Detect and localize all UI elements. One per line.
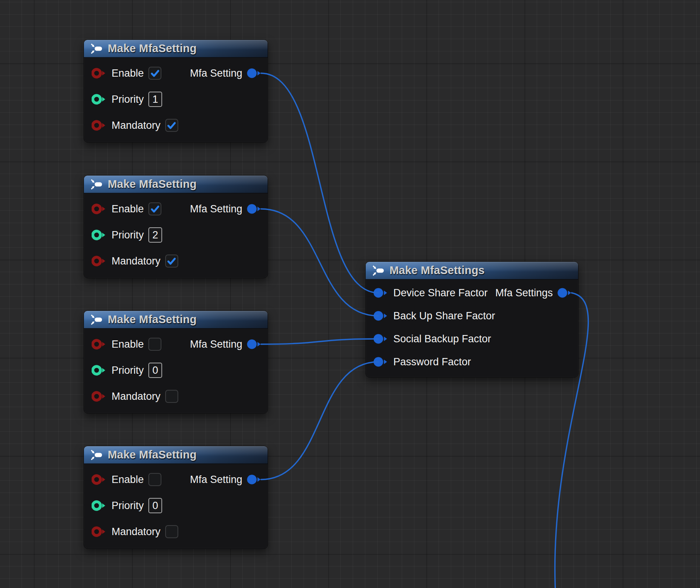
- struct-output-pin[interactable]: [247, 204, 262, 214]
- check-icon: [150, 204, 160, 214]
- int-input-pin[interactable]: [92, 500, 107, 511]
- pin-label: Mfa Setting: [190, 203, 242, 215]
- bool-input-pin[interactable]: [92, 391, 107, 402]
- pin-label: Priority: [112, 500, 144, 512]
- input-pin-row: Priority 2: [84, 222, 268, 248]
- node-title: Make MfaSetting: [108, 313, 197, 326]
- struct-output-pin[interactable]: [247, 474, 262, 485]
- output-pin-row: Mfa Setting: [190, 60, 262, 86]
- node-title: Make MfaSetting: [108, 448, 197, 461]
- bool-input-pin[interactable]: [92, 339, 107, 350]
- bool-input-pin[interactable]: [92, 68, 107, 79]
- priority-value-input[interactable]: 0: [148, 363, 162, 378]
- int-input-pin[interactable]: [92, 94, 107, 105]
- pin-label: Mandatory: [112, 526, 161, 538]
- input-pin-row: Mandatory: [84, 383, 268, 409]
- node-header[interactable]: Make MfaSetting: [84, 311, 268, 329]
- blueprint-node-settings[interactable]: Make MfaSettings Device Share Factor Bac…: [365, 261, 578, 378]
- node-title: Make MfaSettings: [389, 264, 485, 277]
- node-body: Enable Priority 2 Mandatory Mfa Setting: [84, 194, 268, 278]
- connection-wire[interactable]: [261, 73, 378, 293]
- mandatory-checkbox[interactable]: [165, 390, 178, 403]
- mandatory-checkbox[interactable]: [165, 255, 178, 268]
- bool-input-pin[interactable]: [92, 256, 107, 266]
- output-pin-row: Mfa Settings: [495, 281, 573, 304]
- pin-label: Enable: [112, 338, 144, 350]
- struct-output-pin[interactable]: [247, 68, 262, 79]
- pin-label: Device Share Factor: [393, 287, 488, 299]
- pin-label: Password Factor: [393, 356, 471, 368]
- input-pin-row: Back Up Share Factor: [366, 304, 578, 327]
- struct-output-pin[interactable]: [557, 287, 573, 298]
- node-title: Make MfaSetting: [108, 178, 197, 191]
- input-pin-row: Priority 0: [84, 357, 268, 383]
- int-input-pin[interactable]: [92, 230, 107, 240]
- enable-checkbox[interactable]: [148, 473, 161, 486]
- enable-checkbox[interactable]: [148, 67, 161, 80]
- pin-label: Priority: [112, 94, 144, 105]
- node-header[interactable]: Make MfaSetting: [84, 446, 268, 464]
- priority-value-input[interactable]: 1: [148, 92, 162, 107]
- pin-label: Mfa Setting: [190, 338, 242, 350]
- blueprint-node-n2[interactable]: Make MfaSetting Enable Priority 2 Mandat…: [84, 175, 268, 278]
- bool-input-pin[interactable]: [92, 474, 107, 485]
- blueprint-node-n1[interactable]: Make MfaSetting Enable Priority 1 Mandat…: [84, 39, 268, 143]
- priority-value-input[interactable]: 0: [148, 498, 162, 513]
- bool-input-pin[interactable]: [92, 120, 107, 131]
- input-pin-row: Social Backup Factor: [366, 327, 578, 350]
- pin-label: Mandatory: [112, 120, 161, 131]
- check-icon: [150, 68, 160, 79]
- mandatory-checkbox[interactable]: [165, 525, 178, 538]
- mandatory-checkbox[interactable]: [165, 119, 178, 132]
- int-input-pin[interactable]: [92, 365, 107, 376]
- make-struct-icon: [90, 43, 103, 54]
- node-body: Device Share Factor Back Up Share Factor…: [366, 280, 578, 377]
- enable-checkbox[interactable]: [148, 202, 161, 215]
- input-pin-row: Mandatory: [84, 112, 268, 138]
- pin-label: Back Up Share Factor: [393, 310, 495, 322]
- input-pin-row: Password Factor: [366, 350, 578, 373]
- pin-label: Enable: [112, 67, 144, 79]
- connection-wire[interactable]: [261, 362, 378, 480]
- pin-label: Mfa Setting: [190, 474, 242, 486]
- bool-input-pin[interactable]: [92, 204, 107, 214]
- pin-label: Mfa Setting: [190, 67, 242, 79]
- output-pin-row: Mfa Setting: [190, 196, 262, 222]
- node-body: Enable Priority 1 Mandatory Mfa Setting: [84, 58, 268, 142]
- make-struct-icon: [90, 449, 103, 461]
- node-header[interactable]: Make MfaSettings: [366, 262, 578, 280]
- node-body: Enable Priority 0 Mandatory Mfa Setting: [84, 329, 268, 413]
- connection-wire[interactable]: [261, 209, 378, 316]
- make-struct-icon: [372, 265, 385, 276]
- connection-wire[interactable]: [261, 339, 378, 344]
- input-pin-row: Priority 1: [84, 86, 268, 112]
- struct-output-pin[interactable]: [247, 339, 262, 350]
- blueprint-node-n3[interactable]: Make MfaSetting Enable Priority 0 Mandat…: [84, 310, 268, 414]
- pin-label: Enable: [112, 203, 144, 215]
- pin-label: Mfa Settings: [495, 287, 553, 299]
- node-header[interactable]: Make MfaSetting: [84, 176, 268, 194]
- pin-label: Priority: [112, 229, 144, 241]
- pin-label: Priority: [112, 365, 144, 376]
- input-pin-row: Priority 0: [84, 493, 268, 519]
- make-struct-icon: [90, 179, 103, 190]
- check-icon: [166, 256, 177, 266]
- input-pin-row: Mandatory: [84, 248, 268, 274]
- graph-canvas[interactable]: Make MfaSetting Enable Priority 1 Mandat…: [0, 0, 700, 588]
- enable-checkbox[interactable]: [148, 338, 161, 351]
- node-header[interactable]: Make MfaSetting: [84, 40, 268, 58]
- bool-input-pin[interactable]: [92, 526, 107, 537]
- pin-label: Social Backup Factor: [393, 333, 491, 345]
- output-pin-row: Mfa Setting: [190, 466, 262, 493]
- pin-label: Enable: [112, 474, 144, 486]
- pin-label: Mandatory: [112, 391, 161, 402]
- priority-value-input[interactable]: 2: [148, 227, 162, 243]
- make-struct-icon: [90, 314, 103, 325]
- pin-label: Mandatory: [112, 255, 161, 267]
- node-title: Make MfaSetting: [108, 42, 197, 55]
- output-pin-row: Mfa Setting: [190, 331, 262, 357]
- input-pin-row: Mandatory: [84, 519, 268, 545]
- check-icon: [166, 120, 177, 131]
- blueprint-node-n4[interactable]: Make MfaSetting Enable Priority 0 Mandat…: [84, 446, 268, 549]
- node-body: Enable Priority 0 Mandatory Mfa Setting: [84, 464, 268, 549]
